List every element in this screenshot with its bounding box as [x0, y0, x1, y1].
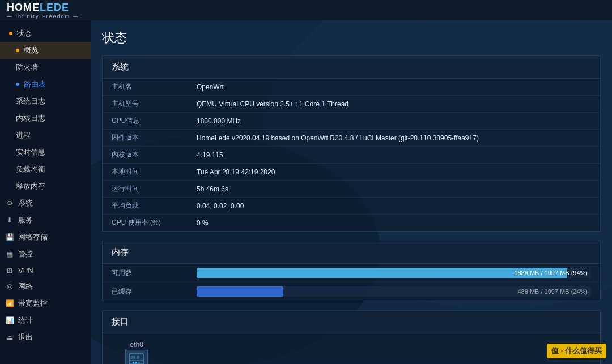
table-row: CPU信息 1800.000 MHz [103, 113, 600, 130]
row-value: 5h 46m 6s [188, 181, 600, 198]
sidebar-item-freemem[interactable]: 释放内存 [0, 178, 91, 195]
memory-info-table: 可用数 1888 MB / 1997 MB (94%) 已缓存 [103, 264, 600, 301]
row-value: HomeLede v2020.04.19 based on OpenWrt R2… [188, 130, 600, 147]
interface-eth0-name: eth0 [130, 341, 143, 349]
mem-available-bar-container: 1888 MB / 1997 MB (94%) [197, 268, 591, 278]
mem-available-value: 1888 MB / 1997 MB (94%) [514, 269, 588, 276]
logo: HOMELEDE — Infinity Freedom — [7, 2, 79, 19]
sidebar: 状态 概览 防火墙 路由表 系统日志 内核日志 进程 实时信息 负载均衡 释放内… [0, 20, 91, 364]
sidebar-item-routes[interactable]: 路由表 [0, 76, 91, 93]
interface-list: eth0 1000Mb/s 全双工 [103, 333, 600, 364]
watermark: 值 · 什么值得买 [547, 344, 606, 358]
routes-dot [16, 83, 19, 86]
sidebar-item-service[interactable]: ⬇ 服务 [0, 212, 91, 229]
sidebar-item-system[interactable]: ⚙ 系统 [0, 195, 91, 212]
row-label: CPU 使用率 (%) [103, 215, 188, 232]
sidebar-item-realtime[interactable]: 实时信息 [0, 144, 91, 161]
network-icon: ◎ [6, 282, 14, 290]
system-info-table: 主机名 OpenWrt 主机型号 QEMU Virtual CPU versio… [103, 79, 600, 231]
sidebar-label-balance: 负载均衡 [16, 164, 45, 174]
sidebar-item-kernlog[interactable]: 内核日志 [0, 110, 91, 127]
svg-rect-2 [137, 356, 139, 359]
mem-cached-bar-container: 488 MB / 1997 MB (24%) [197, 286, 591, 297]
row-label: 固件版本 [103, 130, 188, 147]
sidebar-label-mgmt: 管控 [18, 249, 33, 259]
row-value: Tue Apr 28 19:42:19 2020 [188, 164, 600, 181]
svg-rect-5 [135, 362, 137, 363]
sidebar-item-status[interactable]: 状态 [0, 25, 91, 42]
page-title: 状态 [102, 29, 601, 46]
memory-section: 内存 可用数 1888 MB / 1997 MB (94%) 已缓存 [102, 241, 601, 301]
sidebar-label-netstorage: 网络存储 [18, 232, 48, 242]
logo-lede: LEDE [40, 2, 69, 13]
table-row: 内核版本 4.19.115 [103, 147, 600, 164]
table-row: 固件版本 HomeLede v2020.04.19 based on OpenW… [103, 130, 600, 147]
service-icon: ⬇ [6, 216, 14, 224]
sidebar-item-process[interactable]: 进程 [0, 127, 91, 144]
sidebar-label-bandwidth: 带宽监控 [18, 298, 48, 309]
interface-section: 接口 eth0 100 [102, 310, 601, 364]
sidebar-item-syslog[interactable]: 系统日志 [0, 93, 91, 110]
mem-cached-bar-cell: 488 MB / 1997 MB (24%) [188, 282, 600, 301]
logout-icon: ⏏ [6, 333, 14, 341]
system-icon: ⚙ [6, 199, 14, 207]
interface-eth0: eth0 1000Mb/s 全双工 [123, 341, 150, 364]
vpn-icon: ⊞ [6, 267, 14, 275]
sidebar-item-mgmt[interactable]: ▦ 管控 [0, 246, 91, 263]
table-row: 本地时间 Tue Apr 28 19:42:19 2020 [103, 164, 600, 181]
sidebar-label-service: 服务 [18, 215, 33, 225]
mem-available-bar-cell: 1888 MB / 1997 MB (94%) [188, 264, 600, 282]
sidebar-label-system: 系统 [18, 198, 33, 208]
row-value: 1800.000 MHz [188, 113, 600, 130]
sidebar-item-logout[interactable]: ⏏ 退出 [0, 329, 91, 346]
network-adapter-icon [128, 353, 145, 364]
interface-section-header: 接口 [103, 311, 600, 333]
sidebar-label-firewall: 防火墙 [16, 62, 38, 72]
system-section: 系统 主机名 OpenWrt 主机型号 QEMU Virtual CPU ver… [102, 55, 601, 232]
sidebar-item-overview[interactable]: 概览 [0, 42, 91, 59]
mgmt-icon: ▦ [6, 250, 14, 258]
sidebar-label-realtime: 实时信息 [16, 147, 45, 157]
sidebar-label-stats: 统计 [18, 315, 33, 326]
sidebar-label-network: 网络 [18, 281, 33, 292]
content-area: 状态 系统 主机名 OpenWrt 主机型号 QEMU Virtual CPU … [91, 20, 612, 364]
row-value: QEMU Virtual CPU version 2.5+ : 1 Core 1… [188, 96, 600, 113]
sidebar-item-firewall[interactable]: 防火墙 [0, 59, 91, 76]
row-value: 4.19.115 [188, 147, 600, 164]
interface-eth0-icon [125, 350, 148, 364]
row-label: 主机名 [103, 79, 188, 96]
mem-cached-bar-fill [197, 286, 283, 297]
row-value: 0 % [188, 215, 600, 232]
logo-text: HOMELEDE [7, 2, 79, 14]
row-value: OpenWrt [188, 79, 600, 96]
sidebar-label-process: 进程 [16, 130, 31, 140]
stats-icon: 📊 [6, 316, 14, 324]
svg-rect-4 [133, 362, 134, 363]
svg-rect-6 [138, 362, 140, 363]
row-label: CPU信息 [103, 113, 188, 130]
sidebar-label-overview: 概览 [24, 45, 39, 55]
sidebar-item-bandwidth[interactable]: 📶 带宽监控 [0, 295, 91, 312]
sidebar-label-syslog: 系统日志 [16, 96, 45, 106]
sidebar-item-netstorage[interactable]: 💾 网络存储 [0, 229, 91, 246]
mem-cached-label: 已缓存 [103, 282, 188, 301]
row-label: 运行时间 [103, 181, 188, 198]
mem-cached-value: 488 MB / 1997 MB (24%) [517, 288, 588, 295]
row-value: 0.04, 0.02, 0.00 [188, 198, 600, 215]
sidebar-item-vpn[interactable]: ⊞ VPN [0, 263, 91, 278]
sidebar-label-freemem: 释放内存 [16, 181, 45, 191]
netstorage-icon: 💾 [6, 233, 14, 241]
sidebar-label-vpn: VPN [18, 266, 33, 275]
main-layout: 状态 概览 防火墙 路由表 系统日志 内核日志 进程 实时信息 负载均衡 释放内… [0, 20, 612, 364]
memory-cached-row: 已缓存 488 MB / 1997 MB (24%) [103, 282, 600, 301]
row-label: 内核版本 [103, 147, 188, 164]
overview-dot [16, 49, 19, 52]
sidebar-item-balance[interactable]: 负载均衡 [0, 161, 91, 178]
table-row: CPU 使用率 (%) 0 % [103, 215, 600, 232]
mem-available-bar-fill [197, 268, 567, 278]
sidebar-item-stats[interactable]: 📊 统计 [0, 312, 91, 329]
status-dot [9, 32, 12, 35]
table-row: 平均负载 0.04, 0.02, 0.00 [103, 198, 600, 215]
sidebar-item-network[interactable]: ◎ 网络 [0, 278, 91, 295]
bandwidth-icon: 📶 [6, 299, 14, 307]
